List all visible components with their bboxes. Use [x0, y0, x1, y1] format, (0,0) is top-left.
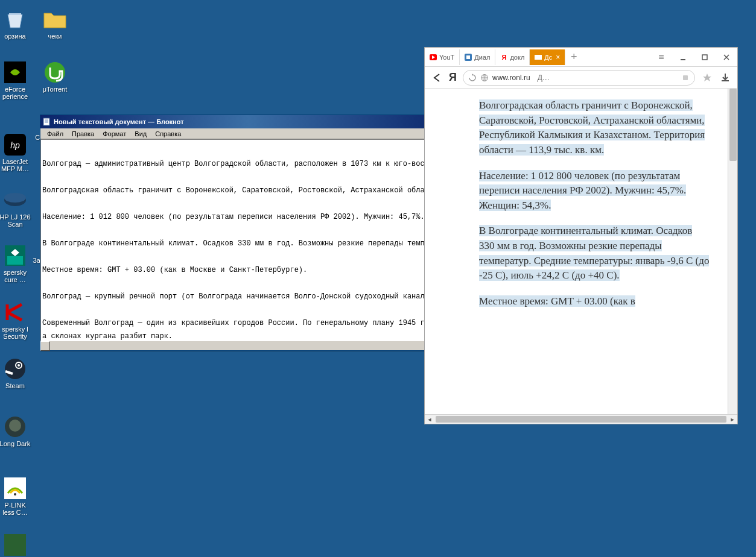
svg-rect-14 — [4, 534, 26, 556]
notepad-titlebar[interactable]: Новый текстовый документ — Блокнот — [40, 115, 456, 128]
browser-scrollbar-horizontal[interactable]: ◄ ► — [425, 414, 737, 424]
tab-youtube[interactable]: YouT — [425, 49, 460, 65]
text-line — [42, 303, 454, 316]
notepad-menubar: Файл Правка Формат Вид Справка — [40, 128, 456, 139]
svg-point-13 — [14, 493, 16, 496]
desktop-icon-steam[interactable]: Steam — [0, 357, 31, 389]
icon-label: LaserJet MFP M… — [0, 158, 31, 172]
browser-window: YouT Диал Я докл Дс × + ≡ Я www.ronl.ru — [424, 47, 738, 424]
app-icon — [3, 533, 27, 557]
icon-label: Steam — [5, 382, 25, 389]
scroll-right-button[interactable]: ► — [728, 415, 737, 424]
hp-icon: hp — [3, 133, 27, 157]
menu-edit[interactable]: Правка — [68, 130, 98, 138]
desktop-icon-longdark[interactable]: Long Dark — [0, 415, 31, 447]
icon-label: spersky cure … — [0, 269, 31, 283]
ronl-icon — [535, 54, 542, 61]
icon-label: Long Dark — [0, 440, 30, 447]
text-line — [42, 171, 454, 184]
text-line: Современный Волгоград — один из красивей… — [42, 316, 454, 330]
scroll-thumb[interactable] — [729, 89, 737, 161]
yandex-home-button[interactable]: Я — [449, 71, 457, 84]
svg-rect-6 — [7, 256, 23, 265]
minimize-button[interactable] — [672, 49, 694, 65]
svg-point-11 — [9, 420, 21, 432]
icon-label: чеки — [48, 33, 62, 40]
browser-toolbar: Я www.ronl.ru Д… — [425, 67, 737, 89]
close-button[interactable] — [716, 49, 737, 65]
desktop-icon-utorrent[interactable]: μTorrent — [39, 60, 71, 93]
text-line: Волгоград — административный центр Волго… — [42, 157, 454, 171]
back-button[interactable] — [431, 72, 443, 84]
notepad-window: Новый текстовый документ — Блокнот Файл … — [40, 115, 456, 351]
icon-label: орзина — [4, 33, 26, 40]
menu-format[interactable]: Формат — [98, 130, 130, 138]
tab-yandex[interactable]: Я докл — [495, 49, 530, 65]
nvidia-icon — [3, 60, 27, 84]
text-line — [42, 277, 454, 290]
bookmark-icon[interactable] — [701, 72, 713, 84]
icon-label: μTorrent — [43, 86, 68, 93]
desktop-icon-recycle[interactable]: орзина — [0, 7, 31, 40]
new-tab-button[interactable]: + — [565, 51, 582, 63]
text-line — [42, 250, 454, 263]
address-bar[interactable]: www.ronl.ru Д… — [463, 70, 695, 86]
notepad-title: Новый текстовый документ — Блокнот — [54, 118, 424, 125]
tab-label: Диал — [474, 54, 490, 61]
desktop-icon-nvidia[interactable]: eForce perience — [0, 60, 31, 100]
folder-icon — [43, 7, 67, 31]
browser-tab-bar: YouT Диал Я докл Дс × + ≡ — [425, 48, 737, 67]
scroll-thumb[interactable] — [436, 416, 726, 423]
desktop-icon-misc[interactable] — [0, 533, 31, 557]
steam-icon — [3, 357, 27, 381]
paragraph: Население: 1 012 800 человек (по результ… — [479, 169, 710, 213]
scroll-left-button[interactable] — [40, 341, 50, 351]
menu-help[interactable]: Справка — [151, 130, 185, 138]
youtube-icon — [430, 54, 437, 61]
browser-menu-button[interactable]: ≡ — [650, 49, 672, 65]
svg-rect-22 — [535, 55, 542, 60]
desktop-icon-folder-чеки[interactable]: чеки — [39, 7, 71, 40]
desktop-icon-kaspersky-secure[interactable]: spersky cure … — [0, 244, 31, 283]
maximize-button[interactable] — [694, 49, 716, 65]
text-line: Население: 1 012 800 человек (по результ… — [42, 210, 454, 224]
tab-label: докл — [510, 54, 524, 61]
scanner-icon — [3, 188, 27, 212]
lock-icon — [681, 74, 690, 82]
notepad-scrollbar-horizontal[interactable] — [40, 341, 456, 350]
desktop-icon-hplj[interactable]: HP LJ 126 Scan — [0, 188, 31, 228]
desktop-icon-tplink[interactable]: P-LINK less C… — [0, 476, 31, 516]
svg-rect-24 — [702, 55, 707, 60]
globe-icon — [480, 74, 489, 82]
tab-dial[interactable]: Диал — [460, 49, 495, 65]
svg-point-4 — [4, 193, 26, 203]
browser-scrollbar-vertical[interactable] — [728, 89, 737, 414]
icon-label: spersky l Security — [0, 326, 31, 340]
text-line: Волгоград — крупный речной порт (от Волг… — [42, 290, 454, 303]
paragraph: Местное время: GMT + 03.00 (как в — [479, 294, 710, 309]
text-line — [42, 224, 454, 237]
desktop-icon-hp[interactable]: hp LaserJet MFP M… — [0, 133, 31, 172]
reload-icon[interactable] — [468, 74, 477, 82]
tab-label: Дс — [544, 54, 552, 61]
notepad-text-area[interactable]: Волгоград — административный центр Волго… — [40, 139, 456, 341]
text-line — [42, 197, 454, 210]
svg-text:hp: hp — [10, 140, 20, 150]
browser-content: Волгоградская область граничит с Воронеж… — [425, 89, 737, 414]
longdark-icon — [3, 415, 27, 439]
scroll-left-button[interactable]: ◄ — [425, 415, 434, 424]
download-icon[interactable] — [719, 72, 731, 84]
tab-label: YouT — [439, 54, 454, 61]
text-line: В Волгограде континентальный климат. Оса… — [42, 237, 454, 250]
icon-label: HP LJ 126 Scan — [0, 213, 31, 228]
menu-file[interactable]: Файл — [43, 130, 68, 138]
tab-ronl[interactable]: Дс × — [530, 49, 565, 65]
paragraph: В Волгограде континентальный климат. Оса… — [479, 224, 710, 283]
menu-view[interactable]: Вид — [130, 130, 151, 138]
svg-rect-23 — [681, 59, 685, 60]
close-tab-icon[interactable]: × — [556, 53, 560, 61]
svg-point-9 — [17, 364, 20, 367]
page-content[interactable]: Волгоградская область граничит с Воронеж… — [425, 89, 728, 414]
desktop-icon-kaspersky-security[interactable]: spersky l Security — [0, 300, 31, 340]
text-line: Волгоградская область граничит с Воронеж… — [42, 184, 454, 197]
